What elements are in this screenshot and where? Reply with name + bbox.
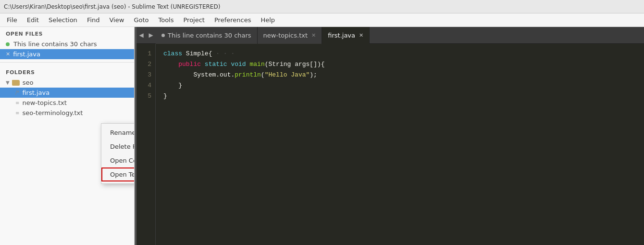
open-file-scratch-label: This line contains 30 chars: [13, 40, 97, 48]
line-num-1: 1: [136, 49, 151, 59]
menu-help[interactable]: Help: [256, 14, 280, 26]
title-bar: C:\Users\Kiran\Desktop\seo\first.java (s…: [0, 0, 644, 13]
open-files-label: OPEN FILES: [0, 27, 134, 39]
line-num-5: 5: [136, 91, 151, 102]
folder-seo[interactable]: ▼ seo: [0, 77, 134, 88]
line-num-2: 2: [136, 59, 151, 70]
menu-project[interactable]: Project: [178, 14, 209, 26]
file-firstjava[interactable]: /* first.java: [0, 88, 134, 98]
tab-newtopics-label: new-topics.txt: [263, 32, 308, 39]
txt-file-icon: ≡: [15, 100, 19, 105]
code-content[interactable]: class Simple{ · · · public static void m…: [156, 44, 644, 245]
close-file-icon[interactable]: ✕: [6, 51, 10, 57]
menu-goto[interactable]: Goto: [129, 14, 153, 26]
open-file-firstjava-label: first.java: [13, 51, 40, 58]
folder-triangle-icon: ▼: [6, 80, 10, 85]
tab-firstjava[interactable]: first.java ✕: [322, 27, 370, 44]
menu-bar: File Edit Selection Find View Goto Tools…: [0, 13, 644, 27]
open-file-scratch[interactable]: This line contains 30 chars: [0, 39, 134, 49]
file-seoterminology-label: seo-terminology.txt: [22, 109, 83, 116]
tab-newtopics-close[interactable]: ✕: [311, 32, 316, 39]
menu-preferences[interactable]: Preferences: [210, 14, 256, 26]
ctx-open-terminal[interactable]: Open Terminal Here...: [101, 168, 135, 181]
file-firstjava-label: first.java: [22, 89, 50, 96]
tab-nav-prev[interactable]: ◀: [136, 27, 146, 44]
title-text: C:\Users\Kiran\Desktop\seo\first.java (s…: [4, 3, 220, 10]
tab-bar: ◀ ▶ This line contains 30 chars new-topi…: [136, 27, 644, 44]
menu-file[interactable]: File: [2, 14, 22, 26]
tab-nav-next[interactable]: ▶: [146, 27, 156, 44]
tab-scratch-label: This line contains 30 chars: [168, 32, 251, 39]
menu-selection[interactable]: Selection: [44, 14, 82, 26]
file-seoterminology[interactable]: ≡ seo-terminology.txt: [0, 108, 134, 118]
folder-seo-label: seo: [23, 79, 34, 86]
menu-tools[interactable]: Tools: [153, 14, 178, 26]
line-numbers: 1 2 3 4 5: [136, 44, 156, 245]
java-file-icon: /*: [15, 90, 19, 95]
main-layout: OPEN FILES This line contains 30 chars ✕…: [0, 27, 644, 245]
txt-file-icon2: ≡: [15, 110, 19, 116]
menu-view[interactable]: View: [105, 14, 129, 26]
modified-dot-icon: [6, 42, 10, 46]
file-newtopics-label: new-topics.txt: [22, 99, 66, 106]
folders-label: FOLDERS: [0, 65, 134, 77]
tab-scratch[interactable]: This line contains 30 chars: [156, 27, 258, 44]
code-editor: 1 2 3 4 5 class Simple{ · · · public sta…: [136, 44, 644, 245]
open-file-firstjava[interactable]: ✕ first.java: [0, 49, 134, 59]
ctx-delete[interactable]: Delete File: [101, 140, 135, 154]
line-num-4: 4: [136, 80, 151, 91]
menu-find[interactable]: Find: [82, 14, 105, 26]
context-menu: Rename... Delete File Open Containing Fo…: [101, 123, 135, 184]
ctx-rename[interactable]: Rename...: [101, 126, 135, 140]
tab-firstjava-label: first.java: [328, 32, 355, 39]
folder-icon: [12, 80, 20, 86]
tab-firstjava-close[interactable]: ✕: [359, 32, 363, 39]
tab-newtopics[interactable]: new-topics.txt ✕: [258, 27, 322, 44]
editor-area: ◀ ▶ This line contains 30 chars new-topi…: [136, 27, 644, 245]
menu-edit[interactable]: Edit: [22, 14, 44, 26]
file-newtopics[interactable]: ≡ new-topics.txt: [0, 98, 134, 108]
ctx-open-folder[interactable]: Open Containing Folder...: [101, 154, 135, 168]
sidebar-divider: [0, 62, 134, 63]
line-num-3: 3: [136, 70, 151, 80]
tab-scratch-dot: [161, 34, 165, 37]
sidebar: OPEN FILES This line contains 30 chars ✕…: [0, 27, 135, 245]
